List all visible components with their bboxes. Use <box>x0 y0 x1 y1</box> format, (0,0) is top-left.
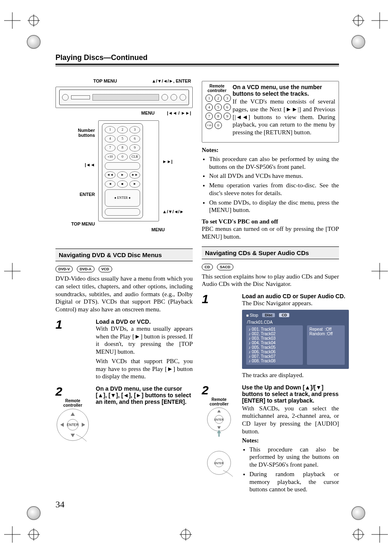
dvd-intro: DVD-Video discs usually have a menu from… <box>55 275 193 313</box>
callout-enter: ENTER <box>80 192 95 197</box>
cd-step-1: 1 Load an audio CD or Super Audio CD. Th… <box>202 293 339 379</box>
vcd-box-body: If the VCD's menu consists of several pa… <box>233 98 335 136</box>
nav-disc-label: Disc <box>262 313 275 317</box>
page-number: 34 <box>55 499 65 510</box>
nav-disc-value: CD <box>279 313 289 317</box>
step-heading: Load a DVD or VCD. <box>96 318 193 325</box>
notes-heading: Notes: <box>202 147 339 154</box>
cd-intro: This section explains how to play audio … <box>202 273 339 288</box>
crop-mark-icon <box>4 263 21 279</box>
callout-cursor: ▲/▼/◄/► <box>162 209 187 214</box>
svg-text:ENTER: ENTER <box>214 418 224 421</box>
front-panel-illustration <box>55 87 193 108</box>
binder-hole-icon <box>351 506 365 520</box>
crop-mark-icon <box>4 526 21 543</box>
nav-track: ♪ 005. Track05 <box>249 345 300 350</box>
nav-track: ♪ 006. Track06 <box>249 350 300 354</box>
note-item: Menu operation varies from disc-to-disc.… <box>209 182 339 197</box>
nav-track: ♪ 004. Track04 <box>249 341 300 345</box>
remote-controller-label: Remote controller <box>55 398 90 408</box>
step-number: 1 <box>202 293 236 379</box>
step-body: With DVDs, a menu usually appears when t… <box>96 325 193 356</box>
crop-mark-icon <box>371 526 388 543</box>
step-body: With VCDs that support PBC, you may have… <box>96 357 193 380</box>
note-item: This procedure can also be performed by … <box>249 446 339 469</box>
crop-mark-icon <box>371 12 388 29</box>
pbc-body: PBC menus can turned on or off by pressi… <box>202 225 339 241</box>
section-cd-sacd: Navigating CDs & Super Audio CDs <box>202 246 339 259</box>
disc-badges: CD SACD <box>202 263 339 270</box>
callout-prev-next: |◄◄ / ►►| <box>167 111 191 115</box>
step-heading: On a DVD menu, use the cursor [▲], [▼], … <box>96 385 193 405</box>
vcd-number-box: Remote controller 1 2 3 4 5 6 7 8 9 +10 <box>202 81 339 143</box>
section-dvd-vcd: Navigating DVD & VCD Disc Menus <box>55 249 193 261</box>
nav-track: ♪ 003. Track03 <box>249 336 300 341</box>
registration-mark-icon <box>29 530 39 539</box>
step-heading: Load an audio CD or Super Audio CD. <box>242 293 349 299</box>
disc-badges: DVD-V DVD-A VCD <box>55 265 193 272</box>
svg-text:ENTER: ENTER <box>214 462 224 465</box>
dvd-step-2: 2 Remote controller ENTER On a DVD menu, <box>55 385 193 444</box>
notes-heading: Notes: <box>242 437 339 444</box>
binder-hole-icon <box>351 35 365 49</box>
binder-hole-icon <box>27 35 41 49</box>
nav-side-row: Random :Off <box>309 332 342 336</box>
dpad-illustration: ENTER <box>202 406 236 449</box>
running-head-title: Playing Discs <box>55 53 104 62</box>
rule <box>55 66 339 66</box>
nav-track: ♪ 001. Track01 <box>249 327 300 332</box>
step-body: The tracks are displayed. <box>242 371 349 379</box>
nav-path: /Track01.CDA <box>247 320 345 325</box>
callout-cursor-enter: ▲/▼/◄/►, ENTER <box>152 78 191 83</box>
nav-track: ♪ 002. Track02 <box>249 332 300 336</box>
running-head-continued: —Continued <box>104 53 148 62</box>
dpad-illustration: ENTER <box>55 408 90 444</box>
remote-controller-label: Remote controller <box>202 397 236 406</box>
binder-hole-icon <box>27 506 41 520</box>
step-heading: Use the Up and Down [▲]/[▼] buttons to s… <box>242 384 339 404</box>
badge: SACD <box>217 264 233 270</box>
step-number: 1 <box>55 318 90 380</box>
nav-track: ♪ 008. Track08 <box>249 359 300 363</box>
nav-track: ♪ 007. Track07 <box>249 354 300 359</box>
note-item: On some DVDs, to display the disc menu, … <box>209 199 339 214</box>
nav-side-row: Repeat :Off <box>309 327 342 332</box>
registration-mark-icon <box>353 530 363 539</box>
vcd-box-heading: On a VCD menu, use the number buttons to… <box>233 84 335 97</box>
keypad-illustration: 1 2 3 4 5 6 7 8 9 +10 0 <box>205 94 228 129</box>
callout-next: ►►| <box>162 159 187 164</box>
panel-labels-bottom: MENU |◄◄ / ►►| <box>55 111 193 115</box>
badge: DVD-A <box>77 266 95 272</box>
callout-menu: MENU <box>141 111 154 115</box>
dvd-step-1: 1 Load a DVD or VCD. With DVDs, a menu u… <box>55 318 193 380</box>
registration-mark-icon <box>353 16 363 25</box>
step-number: 2 <box>55 385 90 398</box>
left-column: TOP MENU ▲/▼/◄/►, ENTER MENU |◄◄ / ►►| <box>55 78 193 495</box>
rule <box>55 64 339 65</box>
callout-top-menu: TOP MENU <box>93 78 117 83</box>
svg-text:ENTER: ENTER <box>67 423 78 427</box>
crop-mark-icon <box>4 12 21 29</box>
disc-navigator-screen: ■ Stop Disc CD /Track01.CDA ♪ 001. Track… <box>242 310 349 369</box>
right-column: Remote controller 1 2 3 4 5 6 7 8 9 +10 <box>202 78 339 495</box>
badge: DVD-V <box>55 266 73 272</box>
registration-mark-icon <box>181 530 191 539</box>
crop-mark-icon <box>371 263 388 279</box>
note-item: This procedure can also be performed by … <box>209 155 339 171</box>
step-body: With SACDs, you can select the multichan… <box>242 405 339 435</box>
panel-labels: TOP MENU ▲/▼/◄/►, ENTER <box>55 78 193 84</box>
running-head: Playing Discs—Continued <box>55 53 339 62</box>
callout-number-buttons: Number buttons <box>78 128 95 138</box>
nav-side-panel: Repeat :Off Random :Off <box>307 325 345 365</box>
remote-illustration: 123 456 789 +100CLR ◄◄►►► ◄■► ● ENTER ● <box>98 120 159 221</box>
notes-list: This procedure can also be performed by … <box>202 155 339 214</box>
nav-track-list: ♪ 001. Track01 ♪ 002. Track02 ♪ 003. Tra… <box>246 325 303 365</box>
dpad-enter-illustration: ENTER <box>202 449 236 482</box>
remote-controller-label: Remote controller <box>205 84 228 93</box>
registration-mark-icon <box>29 16 39 25</box>
note-item: Not all DVDs and VCDs have menus. <box>209 172 339 180</box>
step-body: The Disc Navigator appears. <box>242 299 349 307</box>
callout-prev: |◄◄ <box>85 162 95 167</box>
pbc-heading: To set VCD's PBC on and off <box>202 218 339 225</box>
note-item: During random playback or memory playbac… <box>249 470 339 493</box>
